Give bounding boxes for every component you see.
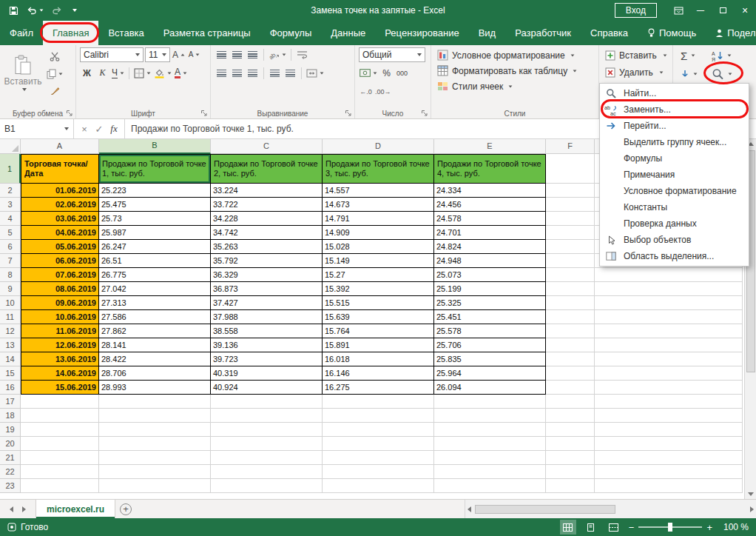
underline-button[interactable]: Ч [111,66,125,80]
cell-F23[interactable] [546,479,595,493]
cell-G15[interactable] [595,366,743,381]
cell-D5[interactable]: 14.909 [323,226,434,240]
insert-function-button[interactable]: fx [107,123,121,135]
cell-A19[interactable] [21,423,99,437]
cell-G19[interactable] [595,423,743,437]
format-painter-button[interactable] [46,84,64,98]
cell-E18[interactable] [434,409,546,423]
cell-C12[interactable]: 38.558 [211,324,323,338]
cell-G11[interactable] [595,310,743,324]
tab-view[interactable]: Вид [469,21,506,45]
row-header-17[interactable]: 17 [0,395,21,409]
cell-D7[interactable]: 15.149 [323,254,434,268]
horizontal-scrollbar-thumb[interactable] [475,505,615,514]
ribbon-display-options-button[interactable] [667,0,689,21]
copy-button[interactable] [46,67,64,81]
cell-G13[interactable] [595,338,743,352]
cell-B17[interactable] [99,395,211,409]
cell-D18[interactable] [323,409,434,423]
column-header-E[interactable]: E [434,139,546,154]
cell-C6[interactable]: 35.263 [211,240,323,254]
clipboard-dialog-launcher-icon[interactable] [66,110,73,117]
cell-B14[interactable]: 28.422 [99,352,211,366]
cell-B7[interactable]: 26.51 [99,254,211,268]
fill-color-button[interactable] [153,66,172,80]
new-sheet-button[interactable]: + [115,500,136,518]
cell-D22[interactable] [323,465,434,479]
conditional-formatting-button[interactable]: Условное форматирование [433,47,597,63]
tab-help[interactable]: Справка [581,21,638,45]
save-icon[interactable] [9,6,18,16]
cell-D13[interactable]: 15.891 [323,338,434,352]
cell-E12[interactable]: 25.578 [434,324,546,338]
cell-G23[interactable] [595,479,743,493]
paste-button[interactable]: Вставить [3,47,43,98]
row-header-6[interactable]: 6 [0,240,21,254]
cell-E14[interactable]: 25.835 [434,352,546,366]
orientation-button[interactable]: ab [268,47,287,61]
cell-B4[interactable]: 25.73 [99,212,211,226]
cell-B15[interactable]: 28.706 [99,366,211,381]
cell-D3[interactable]: 14.673 [323,198,434,212]
wrap-text-button[interactable] [295,47,309,61]
cell-G18[interactable] [595,409,743,423]
cell-G22[interactable] [595,465,743,479]
maximize-button[interactable] [712,0,734,21]
menu-item-find[interactable]: Найти... [600,85,749,101]
cell-C9[interactable]: 36.873 [211,282,323,296]
cell-D11[interactable]: 15.639 [323,310,434,324]
cell-C10[interactable]: 37.427 [211,296,323,310]
cell-styles-button[interactable]: Стили ячеек [433,78,597,94]
cell-F13[interactable] [546,338,595,352]
row-header-4[interactable]: 4 [0,212,21,226]
cell-A3[interactable]: 02.06.2019 [21,198,99,212]
cell-D23[interactable] [323,479,434,493]
cell-A18[interactable] [21,409,99,423]
bold-button[interactable]: Ж [80,66,94,80]
cell-G9[interactable] [595,282,743,296]
cell-C5[interactable]: 34.742 [211,226,323,240]
align-left-button[interactable] [215,66,229,80]
cell-A16[interactable]: 15.06.2019 [21,381,99,395]
cell-F2[interactable] [546,184,595,198]
select-all-corner[interactable] [0,139,21,154]
cell-C8[interactable]: 36.329 [211,268,323,282]
tab-file[interactable]: Файл [0,21,43,45]
redo-button[interactable] [52,7,62,15]
row-header-12[interactable]: 12 [0,324,21,338]
page-break-view-button[interactable] [606,520,622,535]
cell-C13[interactable]: 39.136 [211,338,323,352]
cell-A9[interactable]: 08.06.2019 [21,282,99,296]
cell-F6[interactable] [546,240,595,254]
menu-item-constants[interactable]: Константы [600,199,749,215]
row-header-1[interactable]: 1 [0,154,21,184]
scroll-right-icon[interactable] [750,506,754,512]
cell-C11[interactable]: 37.988 [211,310,323,324]
cell-B19[interactable] [99,423,211,437]
cell-F11[interactable] [546,310,595,324]
cell-F14[interactable] [546,352,595,366]
cell-A14[interactable]: 13.06.2019 [21,352,99,366]
cell-F18[interactable] [546,409,595,423]
row-header-23[interactable]: 23 [0,479,21,493]
tab-page-layout[interactable]: Разметка страницы [154,21,260,45]
cell-E16[interactable]: 26.094 [434,381,546,395]
zoom-out-button[interactable]: − [629,522,635,533]
cell-F12[interactable] [546,324,595,338]
align-middle-button[interactable] [230,47,244,61]
cell-F10[interactable] [546,296,595,310]
row-header-10[interactable]: 10 [0,296,21,310]
decrease-indent-button[interactable] [268,66,282,80]
font-size-select[interactable]: 11 [145,47,170,62]
cell-C22[interactable] [211,465,323,479]
cell-D20[interactable] [323,437,434,451]
row-header-22[interactable]: 22 [0,465,21,479]
column-header-B[interactable]: B [99,139,211,154]
row-header-16[interactable]: 16 [0,381,21,395]
close-button[interactable]: × [734,0,756,21]
column-header-A[interactable]: A [21,139,99,154]
alignment-dialog-launcher-icon[interactable] [345,110,352,117]
macro-record-icon[interactable] [7,523,16,532]
cell-E2[interactable]: 24.334 [434,184,546,198]
cell-E1[interactable]: Продажи по Торговой точке 4, тыс. руб. [434,154,546,184]
